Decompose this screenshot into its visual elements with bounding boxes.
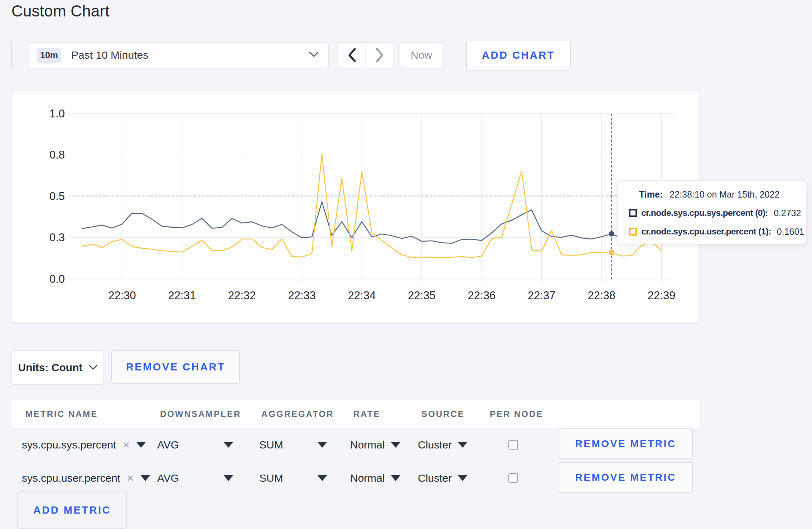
rate-value: Normal bbox=[350, 472, 385, 484]
tooltip-series-value: 0.1601 bbox=[777, 227, 804, 237]
caret-down-icon bbox=[391, 442, 401, 448]
x-tick-label: 22:32 bbox=[228, 289, 256, 302]
chevron-down-icon bbox=[89, 365, 97, 370]
chart-controls: Units: Count REMOVE CHART bbox=[11, 350, 812, 385]
caret-down-icon bbox=[223, 475, 233, 481]
x-tick-label: 22:30 bbox=[108, 289, 136, 302]
metrics-table: METRIC NAME DOWNSAMPLER AGGREGATOR RATE … bbox=[11, 400, 812, 529]
x-tick-label: 22:36 bbox=[468, 289, 496, 302]
per-node-checkbox[interactable] bbox=[508, 473, 518, 483]
time-range-label: Past 10 Minutes bbox=[71, 49, 148, 61]
series-line-cr-node-sys-cpu-sys-percent-0- bbox=[82, 202, 661, 243]
metric-row: sys.cpu.user.percent × AVG SUM Normal Cl… bbox=[11, 461, 812, 495]
caret-down-icon bbox=[458, 475, 468, 481]
col-header-per-node: PER NODE bbox=[490, 409, 543, 419]
custom-chart-plot[interactable]: 0.00.30.50.81.022:3022:3122:3222:3322:34… bbox=[12, 91, 700, 325]
x-tick-label: 22:34 bbox=[348, 289, 376, 302]
aggregator-value: SUM bbox=[259, 472, 283, 484]
col-header-aggregator: AGGREGATOR bbox=[261, 409, 334, 419]
chevron-left-icon bbox=[347, 48, 357, 63]
x-tick-label: 22:31 bbox=[168, 289, 196, 302]
hover-marker-square bbox=[609, 250, 614, 256]
x-tick-label: 22:35 bbox=[408, 289, 436, 302]
chart-card[interactable]: 0.00.30.50.81.022:3022:3122:3222:3322:34… bbox=[11, 91, 699, 324]
per-node-cell bbox=[508, 428, 518, 461]
downsampler-value: AVG bbox=[157, 439, 179, 451]
caret-down-icon bbox=[391, 475, 401, 481]
per-node-cell bbox=[508, 461, 518, 495]
custom-chart-page: Custom Chart 10m Past 10 Minutes Now ADD… bbox=[0, 2, 812, 529]
tooltip-series-value: 0.2732 bbox=[774, 208, 801, 218]
x-tick-label: 22:33 bbox=[288, 289, 316, 302]
y-tick-label: 0.8 bbox=[49, 149, 65, 161]
time-range-badge: 10m bbox=[37, 48, 61, 63]
metric-name-value: sys.cpu.sys.percent bbox=[22, 439, 116, 451]
toolbar-divider bbox=[11, 41, 12, 69]
metric-name-select[interactable]: sys.cpu.user.percent × bbox=[22, 461, 150, 495]
add-chart-button[interactable]: ADD CHART bbox=[466, 40, 571, 71]
y-tick-label: 1.0 bbox=[49, 107, 65, 120]
remove-chart-button[interactable]: REMOVE CHART bbox=[111, 350, 240, 384]
caret-down-icon bbox=[317, 475, 327, 481]
metric-row: sys.cpu.sys.percent × AVG SUM Normal Clu… bbox=[11, 428, 812, 461]
now-button[interactable]: Now bbox=[400, 42, 443, 68]
caret-down-icon bbox=[223, 442, 233, 448]
tooltip-series-row: cr.node.sys.cpu.user.percent (1): 0.1601 bbox=[629, 226, 806, 237]
col-header-source: SOURCE bbox=[421, 409, 465, 419]
metric-name-value: sys.cpu.user.percent bbox=[22, 472, 120, 484]
prev-time-button[interactable] bbox=[338, 43, 366, 68]
page-title: Custom Chart bbox=[11, 2, 812, 20]
aggregator-select[interactable]: SUM bbox=[259, 461, 327, 495]
rate-select[interactable]: Normal bbox=[350, 461, 401, 495]
time-range-dropdown[interactable]: 10m Past 10 Minutes bbox=[29, 42, 329, 68]
clear-metric-icon[interactable]: × bbox=[122, 438, 130, 452]
col-header-downsampler: DOWNSAMPLER bbox=[160, 409, 241, 419]
tooltip-time-row: Time: 22:38:10 on Mar 15th, 2022 bbox=[639, 189, 806, 200]
x-tick-label: 22:39 bbox=[648, 289, 676, 302]
source-value: Cluster bbox=[418, 439, 452, 451]
tooltip-series-label: cr.node.sys.cpu.user.percent (1): bbox=[641, 227, 771, 237]
series-swatch-sys bbox=[629, 209, 637, 217]
col-header-metric-name: METRIC NAME bbox=[25, 409, 98, 419]
clear-metric-icon[interactable]: × bbox=[127, 471, 134, 485]
caret-down-icon bbox=[458, 442, 468, 448]
col-header-rate: RATE bbox=[353, 409, 381, 419]
caret-down-icon bbox=[317, 442, 327, 448]
caret-down-icon bbox=[140, 475, 150, 481]
hover-marker-circle bbox=[609, 231, 614, 237]
tooltip-time-label: Time: bbox=[639, 189, 663, 200]
rate-value: Normal bbox=[350, 439, 385, 451]
add-metric-button[interactable]: ADD METRIC bbox=[17, 491, 127, 529]
series-line-cr-node-sys-cpu-user-percent-1- bbox=[82, 154, 661, 258]
time-toolbar: 10m Past 10 Minutes Now ADD CHART bbox=[11, 42, 812, 68]
source-select[interactable]: Cluster bbox=[418, 461, 468, 495]
metrics-table-header: METRIC NAME DOWNSAMPLER AGGREGATOR RATE … bbox=[11, 400, 699, 428]
y-tick-label: 0.3 bbox=[49, 231, 65, 244]
units-dropdown[interactable]: Units: Count bbox=[11, 350, 104, 385]
chart-tooltip: Time: 22:38:10 on Mar 15th, 2022 cr.node… bbox=[617, 180, 806, 244]
rate-select[interactable]: Normal bbox=[350, 428, 401, 461]
source-select[interactable]: Cluster bbox=[418, 428, 468, 461]
time-step-buttons bbox=[338, 42, 394, 68]
chevron-down-icon bbox=[309, 52, 319, 59]
downsampler-select[interactable]: AVG bbox=[157, 461, 233, 495]
remove-metric-button[interactable]: REMOVE METRIC bbox=[559, 428, 693, 459]
tooltip-series-row: cr.node.sys.cpu.sys.percent (0): 0.2732 bbox=[629, 208, 806, 218]
series-swatch-user bbox=[629, 228, 637, 236]
source-value: Cluster bbox=[418, 472, 452, 484]
x-tick-label: 22:37 bbox=[528, 289, 556, 302]
tooltip-time-value: 22:38:10 on Mar 15th, 2022 bbox=[670, 189, 779, 200]
remove-metric-button[interactable]: REMOVE METRIC bbox=[559, 462, 693, 493]
y-tick-label: 0.5 bbox=[49, 190, 65, 203]
aggregator-value: SUM bbox=[259, 439, 283, 451]
aggregator-select[interactable]: SUM bbox=[259, 428, 327, 461]
metric-name-select[interactable]: sys.cpu.sys.percent × bbox=[22, 428, 146, 461]
x-tick-label: 22:38 bbox=[588, 289, 615, 302]
chevron-right-icon bbox=[375, 48, 385, 63]
units-label: Units: Count bbox=[18, 361, 83, 374]
caret-down-icon bbox=[136, 442, 146, 448]
downsampler-select[interactable]: AVG bbox=[157, 428, 233, 461]
next-time-button[interactable] bbox=[366, 43, 393, 68]
per-node-checkbox[interactable] bbox=[508, 440, 518, 450]
y-tick-label: 0.0 bbox=[49, 273, 65, 285]
